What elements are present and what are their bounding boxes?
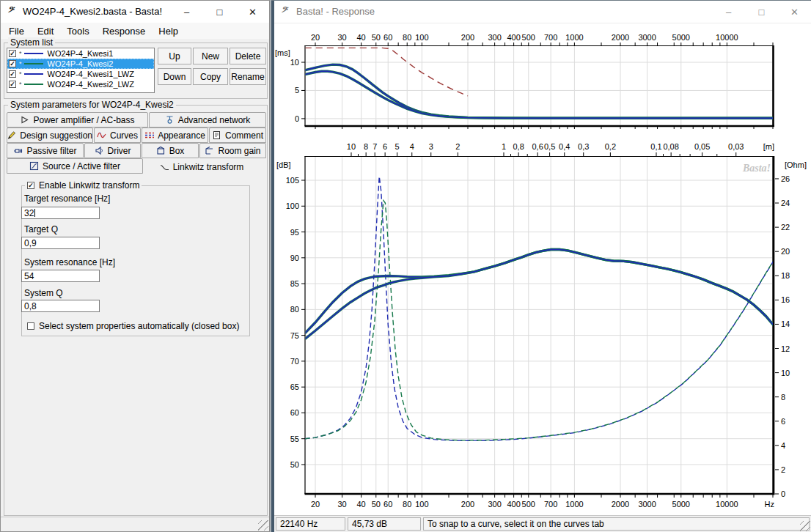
tab-linkwitz-transform[interactable]: Linkwitz transform <box>144 158 259 176</box>
svg-text:[dB]: [dB] <box>276 160 291 169</box>
svg-text:100: 100 <box>415 500 428 509</box>
svg-text:10: 10 <box>290 58 299 67</box>
tab-comment[interactable]: Comment <box>209 128 266 143</box>
svg-text:4: 4 <box>410 142 414 151</box>
tab-label: Box <box>169 146 185 156</box>
svg-text:5: 5 <box>295 86 299 95</box>
tab-source-active-filter[interactable]: Source / Active filter <box>7 158 143 174</box>
auto-properties-checkbox[interactable] <box>27 322 34 330</box>
item-checkbox[interactable]: ✓ <box>9 50 16 57</box>
system-q-input[interactable]: 0,8 <box>21 300 100 312</box>
svg-text:0,03: 0,03 <box>728 142 744 151</box>
rename-button[interactable]: Rename <box>230 68 266 85</box>
svg-text:6: 6 <box>383 142 387 151</box>
svg-text:700: 700 <box>544 33 557 42</box>
copy-button[interactable]: Copy <box>193 68 228 85</box>
cursor-level-readout: 45,73 dB <box>348 517 421 531</box>
svg-text:0,5: 0,5 <box>544 142 555 151</box>
item-checkbox[interactable]: ✓ <box>9 60 16 67</box>
response-charts[interactable]: 2030405060801002003004005007001000200030… <box>271 1 811 514</box>
tab-box[interactable]: Box <box>142 143 199 158</box>
list-item[interactable]: ✓*WO24P-4_Kwesi1 <box>7 48 154 59</box>
series-SPL WO24P-4_Kwesi1 & WO24P-4_Kwesi2 (overlapping)[interactable] <box>305 250 775 339</box>
svg-text:10: 10 <box>347 142 356 151</box>
system-name: WO24P-4_Kwesi1 <box>48 49 114 58</box>
modified-marker: * <box>19 50 22 57</box>
svg-text:5000: 5000 <box>672 500 690 509</box>
maximize-button[interactable]: □ <box>203 1 236 23</box>
new-button[interactable]: New <box>193 48 228 64</box>
series-WO24P-4_Kwesi1_LWZ & WO24P-4_Kwesi2_LWZ (overlapping)[interactable] <box>305 64 775 118</box>
tab-curves[interactable]: Curves <box>94 128 141 143</box>
svg-text:3000: 3000 <box>638 33 656 42</box>
tab-label: Driver <box>108 146 131 156</box>
resize-grip[interactable] <box>800 521 810 531</box>
tab-label: Comment <box>225 130 263 141</box>
basta-watermark: Basta! <box>742 163 771 174</box>
source-filter-icon <box>29 161 39 171</box>
menu-edit[interactable]: Edit <box>31 24 60 38</box>
list-item[interactable]: ✓*WO24P-4_Kwesi2 <box>7 59 154 69</box>
resize-grip[interactable] <box>258 520 268 531</box>
series-SPL WO24P-4_Kwesi1_LWZ & WO24P-4_Kwesi2_LWZ (overlapping)[interactable] <box>305 250 775 333</box>
enable-linkwitz-row: ✓ Enable Linkwitz transform <box>25 180 142 191</box>
item-checkbox[interactable]: ✓ <box>9 81 16 88</box>
svg-text:6: 6 <box>781 417 785 426</box>
list-item[interactable]: ✓*WO24P-4_Kwesi2_LWZ <box>7 79 154 89</box>
tab-label: Curves <box>110 130 138 141</box>
up-button[interactable]: Up <box>158 48 191 64</box>
svg-text:65: 65 <box>290 383 299 391</box>
menu-bar: FileEditToolsResponseHelp <box>1 23 269 39</box>
system-name: WO24P-4_Kwesi1_LWZ <box>48 70 134 78</box>
tab-advanced-network[interactable]: Advanced network <box>149 112 266 128</box>
menu-help[interactable]: Help <box>152 24 185 38</box>
auto-properties-row: Select system properties automatically (… <box>27 321 239 331</box>
target-resonance-hz-input[interactable]: 32 <box>21 207 100 219</box>
svg-text:3: 3 <box>429 142 433 151</box>
svg-text:Hz: Hz <box>765 500 774 509</box>
cursor-frequency-readout: 22140 Hz <box>276 517 345 531</box>
appearance-icon <box>144 130 154 140</box>
tab-label: Advanced network <box>178 115 251 125</box>
series-Impedance WO24P-4_Kwesi2[interactable] <box>305 201 775 440</box>
series-Impedance WO24P-4_Kwesi1[interactable] <box>305 177 775 441</box>
status-hint: To snap to a curve, select it on the cur… <box>423 517 810 531</box>
svg-text:1000: 1000 <box>565 33 583 42</box>
tab-passive-filter[interactable]: Passive filter <box>7 143 84 158</box>
svg-text:18: 18 <box>781 271 790 280</box>
room-gain-icon <box>205 146 214 155</box>
svg-text:20: 20 <box>311 500 320 509</box>
system-listbox[interactable]: ✓*WO24P-4_Kwesi1✓*WO24P-4_Kwesi2✓*WO24P-… <box>7 48 155 93</box>
enable-linkwitz-checkbox[interactable]: ✓ <box>27 182 34 189</box>
svg-text:40: 40 <box>356 500 365 509</box>
field-label: Target resonance [Hz] <box>24 193 110 204</box>
target-q-input[interactable]: 0,9 <box>21 237 100 249</box>
svg-text:14: 14 <box>781 319 790 328</box>
svg-text:80: 80 <box>403 500 411 509</box>
svg-text:400: 400 <box>507 500 520 509</box>
response-chart: 10876543210,80,60,50,40,30,20,10,080,050… <box>276 142 807 509</box>
menu-file[interactable]: File <box>2 24 31 38</box>
list-item[interactable]: ✓*WO24P-4_Kwesi1_LWZ <box>7 69 154 79</box>
system-resonance-hz-input[interactable]: 54 <box>21 270 100 282</box>
tab-label: Power amplifier / AC-bass <box>33 115 134 125</box>
modified-marker: * <box>19 60 22 67</box>
main-window-titlebar[interactable]: 𝄢 WO24P-4_Kwesi2.basta - Basta! – □ ✕ <box>1 1 269 23</box>
tab-room-gain[interactable]: Room gain <box>199 143 266 158</box>
minimize-button[interactable]: – <box>170 1 203 23</box>
svg-text:0,05: 0,05 <box>694 142 710 151</box>
tab-driver[interactable]: Driver <box>84 143 141 158</box>
tab-design-suggestion[interactable]: Design suggestion <box>7 128 93 143</box>
series-WO24P-4_Kwesi1 & WO24P-4_Kwesi2 (overlapping)[interactable] <box>305 71 775 118</box>
delete-button[interactable]: Delete <box>230 48 266 64</box>
menu-tools[interactable]: Tools <box>60 24 95 38</box>
close-button[interactable]: ✕ <box>236 1 269 23</box>
tab-appearance[interactable]: Appearance <box>142 128 208 143</box>
tab-power-amplifier-ac-bass[interactable]: Power amplifier / AC-bass <box>7 112 148 128</box>
svg-text:50: 50 <box>290 460 299 469</box>
menu-response[interactable]: Response <box>96 24 153 38</box>
down-button[interactable]: Down <box>158 68 191 85</box>
item-checkbox[interactable]: ✓ <box>9 70 16 78</box>
field-label: Target Q <box>24 224 58 234</box>
svg-text:105: 105 <box>286 176 299 185</box>
